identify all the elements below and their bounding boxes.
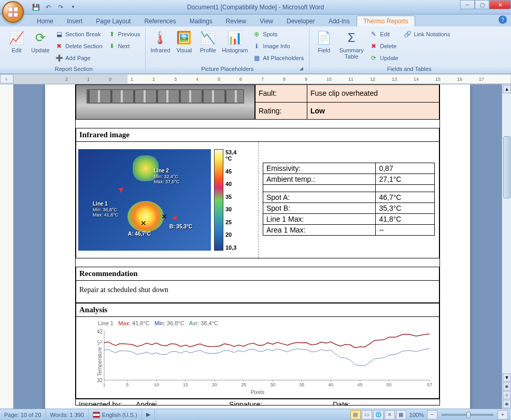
y-axis-label: Temperature °C: [97, 339, 103, 375]
web-layout-view[interactable]: 🌐: [373, 410, 384, 419]
histogram-button[interactable]: 📊Histogram: [220, 28, 249, 65]
horizontal-ruler[interactable]: L 2101234567891011121314151617: [0, 74, 511, 84]
next-button[interactable]: ⬇Next: [106, 40, 143, 52]
window-controls: ─ ▢ ✕: [460, 0, 511, 9]
link-notations-button[interactable]: 🔗Link Notations: [402, 28, 452, 40]
document-canvas[interactable]: Fault:Fuse clip overheated Rating:Low In…: [13, 84, 502, 409]
date-label: Date:: [330, 399, 353, 405]
help-icon[interactable]: ?: [499, 16, 507, 24]
signature-label: Signature:: [226, 399, 330, 405]
tab-developer[interactable]: Developer: [280, 16, 322, 26]
tab-review[interactable]: Review: [219, 16, 253, 26]
tab-home[interactable]: Home: [30, 16, 60, 26]
tab-references[interactable]: References: [137, 16, 182, 26]
svg-text:42: 42: [97, 329, 103, 335]
status-words[interactable]: Words: 1 390: [46, 409, 89, 420]
info-icon: ℹ: [252, 42, 261, 50]
tab-mailings[interactable]: Mailings: [183, 16, 219, 26]
section-analysis: Analysis: [76, 303, 439, 317]
ruler-corner[interactable]: L: [0, 74, 13, 83]
zoom-in-button[interactable]: +: [498, 410, 508, 419]
svg-text:10: 10: [154, 382, 159, 387]
full-screen-view[interactable]: ▭: [362, 410, 372, 419]
outline-view[interactable]: ≡: [385, 410, 395, 419]
scroll-down-icon[interactable]: ▼: [503, 373, 511, 382]
tab-view[interactable]: View: [253, 16, 280, 26]
image-info-button[interactable]: ℹImage Info: [250, 40, 306, 52]
fault-table: Fault:Fuse clip overheated Rating:Low: [255, 84, 439, 120]
minimize-button[interactable]: ─: [460, 0, 475, 9]
tab-add-ins[interactable]: Add-Ins: [322, 16, 357, 26]
inspected-by-label: Inspected by:: [76, 399, 133, 405]
spots-button[interactable]: ⊕Spots: [250, 28, 306, 40]
ribbon: 📈 Edit ⟳ Update ⬓Section Break ✖Delete S…: [0, 26, 511, 74]
prev-page-icon[interactable]: ≑: [503, 382, 511, 390]
overlay-line1: Line 1: [93, 201, 108, 207]
arrow-icon: ➤: [116, 183, 127, 195]
delete-section-button[interactable]: ✖Delete Section: [53, 40, 105, 52]
summary-table-button[interactable]: ΣSummary Table: [336, 28, 366, 65]
previous-button[interactable]: ⬆Previous: [106, 28, 143, 40]
browse-object-icon[interactable]: ○: [503, 391, 511, 399]
visual-photo: [76, 84, 255, 120]
qat-dropdown-icon[interactable]: ▼: [67, 2, 79, 13]
all-placeholders-button[interactable]: ▦All Placeholders: [250, 52, 306, 64]
scroll-up-icon[interactable]: ▲: [503, 85, 511, 93]
tab-insert[interactable]: Insert: [60, 16, 89, 26]
print-layout-view[interactable]: ▤: [350, 410, 361, 419]
title-bar: 💾 ↶ ↷ ▼ Document1 [Compatibility Mode] -…: [0, 0, 511, 15]
spots-icon: ⊕: [252, 30, 261, 38]
svg-text:15: 15: [183, 382, 188, 387]
svg-text:50: 50: [386, 382, 391, 387]
section-break-button[interactable]: ⬓Section Break: [53, 28, 105, 40]
update-button[interactable]: ⟳ Update: [29, 28, 52, 65]
edit-button[interactable]: 📈 Edit: [5, 28, 28, 65]
next-arrow-icon: ⬇: [108, 42, 116, 50]
svg-text:25: 25: [241, 382, 246, 387]
svg-text:35: 35: [299, 382, 304, 387]
draft-view[interactable]: ▦: [396, 410, 406, 419]
histogram-icon: 📊: [226, 30, 243, 46]
svg-text:32: 32: [97, 378, 103, 383]
status-page[interactable]: Page: 10 of 20: [0, 409, 46, 420]
zoom-out-button[interactable]: −: [427, 410, 437, 419]
status-language[interactable]: English (U.S.): [89, 409, 142, 420]
group-report-section: 📈 Edit ⟳ Update ⬓Section Break ✖Delete S…: [2, 27, 146, 74]
group-fields-tables: 📄Field ΣSummary Table ✎Edit ✖Delete ⟳Upd…: [309, 27, 509, 74]
infrared-button[interactable]: 🌡️Infrared: [149, 28, 172, 65]
section-infrared: Infrared image: [76, 128, 439, 142]
infrared-icon: 🌡️: [152, 30, 168, 46]
field-button[interactable]: 📄Field: [313, 28, 335, 65]
thermal-image: Line 2 Min: 32,4°C Max: 37,0°C Line 1 Mi…: [78, 149, 211, 251]
vertical-scrollbar[interactable]: ▲ ▼ ≑ ○ ≑: [502, 84, 511, 409]
field-delete-button[interactable]: ✖Delete: [367, 40, 400, 52]
field-icon: 📄: [316, 30, 332, 46]
next-page-icon[interactable]: ≑: [503, 400, 511, 408]
tab-thermo-reports[interactable]: Thermo Reports: [357, 16, 415, 26]
prev-arrow-icon: ⬆: [108, 30, 116, 38]
fault-value: Fuse clip overheated: [307, 85, 439, 103]
rating-label: Rating:: [255, 102, 307, 120]
undo-icon[interactable]: ↶: [42, 2, 54, 13]
zoom-level[interactable]: 100%: [409, 412, 424, 418]
fault-label: Fault:: [255, 85, 307, 103]
add-page-button[interactable]: ➕Add Page: [53, 52, 105, 64]
save-icon[interactable]: 💾: [30, 2, 41, 13]
zoom-slider[interactable]: [442, 414, 493, 416]
close-button[interactable]: ✕: [489, 0, 511, 9]
scroll-thumb[interactable]: [503, 136, 510, 198]
profile-button[interactable]: 📉Profile: [196, 28, 219, 65]
field-update-button[interactable]: ⟳Update: [367, 52, 400, 64]
vertical-ruler[interactable]: [0, 84, 13, 409]
status-macro[interactable]: ▶: [142, 409, 155, 420]
visual-button[interactable]: 🖼️Visual: [173, 28, 195, 65]
office-button[interactable]: [2, 1, 29, 28]
field-edit-button[interactable]: ✎Edit: [367, 28, 400, 40]
document-area: Fault:Fuse clip overheated Rating:Low In…: [0, 84, 511, 409]
redo-icon[interactable]: ↷: [55, 2, 66, 13]
tab-page-layout[interactable]: Page Layout: [89, 16, 137, 26]
section-recommendation: Recommendation: [76, 267, 439, 281]
section-break-icon: ⬓: [55, 30, 63, 38]
maximize-button[interactable]: ▢: [475, 0, 489, 9]
dialog-launcher-icon[interactable]: ◢: [297, 65, 305, 72]
